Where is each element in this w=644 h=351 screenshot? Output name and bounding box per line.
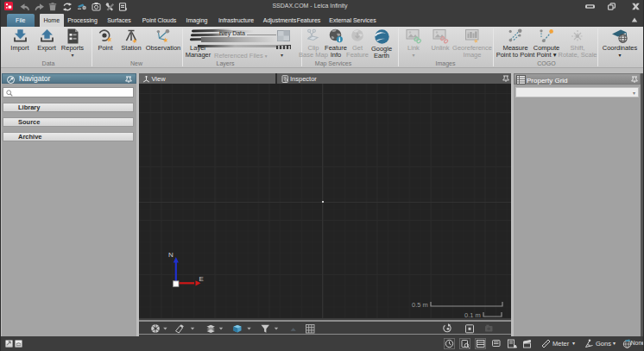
svg-text:N: N xyxy=(168,251,174,259)
svg-text:E: E xyxy=(199,275,204,283)
